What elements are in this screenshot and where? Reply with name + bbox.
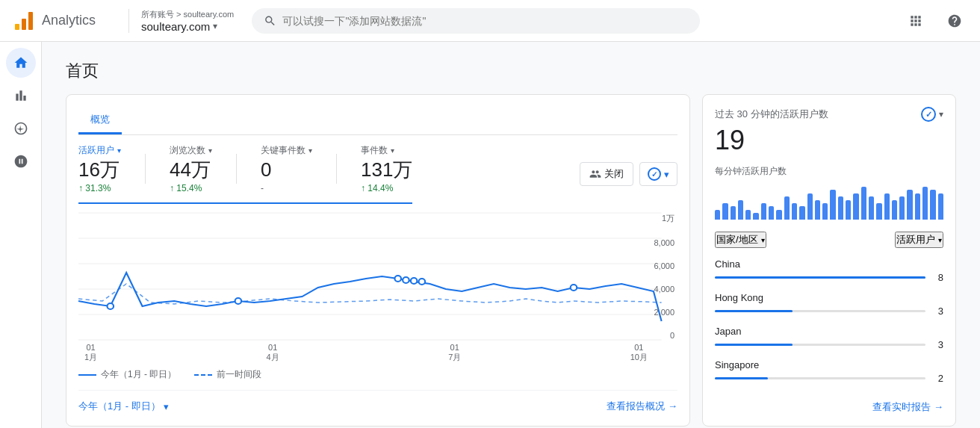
svg-rect-0 [15, 24, 19, 30]
spark-bar-0 [715, 210, 720, 220]
country-bar-fill-3 [715, 377, 768, 379]
spark-bar-25 [907, 190, 912, 220]
spark-bar-3 [738, 200, 743, 220]
metric-value-event-count: 131万 [361, 158, 412, 182]
x-label-jan: 01 1月 [84, 343, 97, 363]
legend-previous: 前一时间段 [194, 368, 261, 381]
chart-marker-3 [394, 276, 401, 282]
country-row-3: Singapore 2 [715, 355, 943, 388]
apps-icon-button[interactable] [902, 7, 929, 34]
spark-bar-26 [915, 193, 920, 220]
chevron-down-icon: ▾ [208, 146, 212, 155]
metric-change-key-events: - [261, 183, 312, 193]
legend-solid-line [78, 374, 96, 376]
spark-bar-4 [745, 210, 751, 220]
spark-bar-13 [815, 200, 820, 220]
sidebar-item-reports[interactable] [6, 81, 36, 111]
spark-bar-7 [769, 206, 774, 220]
view-report-link[interactable]: 查看报告概况 → [607, 400, 677, 413]
country-name-0: China [715, 258, 943, 270]
country-bar-bg-2 [715, 344, 925, 346]
app-title: Analytics [42, 13, 96, 28]
y-label-3: 4,000 [654, 285, 674, 294]
active-users-column-header[interactable]: 活跃用户 ▾ [895, 232, 943, 248]
metric-change-active-users: ↑ 31.3% [78, 183, 121, 193]
country-bar-fill-2 [715, 344, 793, 346]
realtime-check-button[interactable]: ✓ ▾ [921, 107, 943, 122]
spark-bar-20 [869, 196, 874, 220]
legend-current: 今年（1月 - 即日） [78, 368, 176, 381]
analytics-card: 概览 活跃用户 ▾ 16万 ↑ 31.3% [66, 94, 690, 427]
metric-active-users[interactable]: 活跃用户 ▾ 16万 ↑ 31.3% [78, 144, 121, 193]
chart-y-labels: 1万 8,000 6,000 4,000 2,000 0 [654, 213, 677, 340]
chart-marker-2 [235, 298, 242, 304]
nav-icons [902, 7, 968, 34]
card-header-actions: 活跃用户 ▾ 16万 ↑ 31.3% 浏览次数 ▾ [78, 144, 677, 204]
metric-page-views[interactable]: 浏览次数 ▾ 44万 ↑ 15.4% [170, 144, 212, 193]
help-icon [947, 13, 962, 28]
spark-bar-1 [722, 203, 728, 220]
search-icon [264, 14, 276, 28]
top-nav: Analytics 所有账号 > soulteary.com soulteary… [0, 0, 980, 42]
people-icon [589, 168, 601, 180]
spark-bar-17 [846, 200, 851, 220]
metrics-divider-1 [145, 154, 146, 184]
account-section: 所有账号 > soulteary.com soulteary.com ▾ [128, 9, 234, 33]
country-bar-fill-0 [715, 276, 925, 279]
chart-marker-6 [419, 279, 426, 285]
legend-current-label: 今年（1月 - 即日） [101, 368, 176, 381]
chart-marker-5 [411, 278, 418, 284]
realtime-report-link[interactable]: 查看实时报告 → [715, 400, 943, 414]
spark-bar-2 [731, 206, 736, 220]
country-table-header: 国家/地区 ▾ 活跃用户 ▾ [715, 232, 943, 248]
realtime-title: 过去 30 分钟的活跃用户数 [715, 108, 828, 121]
chart-legend: 今年（1月 - 即日） 前一时间段 [78, 368, 677, 381]
home-icon [13, 55, 28, 70]
country-bar-row-1: 3 [715, 306, 943, 317]
legend-dashed-line [194, 374, 212, 376]
country-column-header[interactable]: 国家/地区 ▾ [715, 232, 766, 248]
country-count-2: 3 [931, 339, 943, 350]
realtime-footer: 查看实时报告 → [715, 400, 943, 414]
chevron-down-icon: ▾ [213, 21, 217, 31]
sidebar-item-home[interactable] [6, 48, 36, 78]
y-label-1: 8,000 [654, 238, 674, 247]
sidebar-item-explore[interactable] [6, 114, 36, 143]
metric-value-active-users: 16万 [78, 158, 121, 182]
compare-button[interactable]: ✓ ▾ [639, 162, 677, 186]
main-content: 首页 概览 活跃用户 ▾ [42, 42, 980, 428]
metric-label-key-events: 关键事件数 ▾ [261, 144, 312, 157]
spark-bar-6 [761, 203, 766, 220]
tab-overview[interactable]: 概览 [78, 107, 122, 134]
x-label-jul: 01 7月 [448, 343, 461, 363]
date-selector-button[interactable]: 今年（1月 - 即日） ▾ [78, 400, 169, 413]
chevron-down-icon: ▾ [761, 236, 765, 244]
country-name-2: Japan [715, 326, 943, 337]
close-button[interactable]: 关闭 [580, 162, 633, 186]
realtime-card: 过去 30 分钟的活跃用户数 ✓ ▾ 19 每分钟活跃用户数 国家/地区 [702, 94, 956, 427]
metric-value-key-events: 0 [261, 158, 312, 182]
line-chart [78, 213, 677, 340]
search-input[interactable] [282, 15, 688, 27]
spark-bar-8 [776, 210, 781, 220]
sparkline-label: 每分钟活跃用户数 [715, 165, 943, 178]
account-breadcrumb: 所有账号 > soulteary.com [141, 9, 234, 20]
spark-bar-16 [838, 196, 843, 220]
country-row-0: China 8 [715, 254, 943, 288]
sidebar-item-advertising[interactable] [6, 146, 36, 176]
metric-key-events[interactable]: 关键事件数 ▾ 0 - [261, 144, 312, 193]
account-selector[interactable]: soulteary.com ▾ [141, 20, 234, 33]
tab-strip: 概览 [78, 107, 677, 135]
check-circle-icon: ✓ [921, 107, 936, 122]
metric-event-count[interactable]: 事件数 ▾ 131万 ↑ 14.4% [361, 144, 412, 193]
x-label-oct: 01 10月 [630, 343, 648, 363]
country-row-1: Hong Kong 3 [715, 288, 943, 321]
spark-bar-21 [876, 203, 881, 220]
date-selector-label: 今年（1月 - 即日） [78, 400, 161, 413]
spark-bar-28 [930, 190, 935, 220]
realtime-caret-icon: ▾ [939, 109, 943, 120]
help-icon-button[interactable] [941, 7, 968, 34]
apps-icon [908, 13, 923, 28]
page-title: 首页 [66, 60, 956, 82]
chevron-down-icon: ▾ [391, 146, 394, 155]
